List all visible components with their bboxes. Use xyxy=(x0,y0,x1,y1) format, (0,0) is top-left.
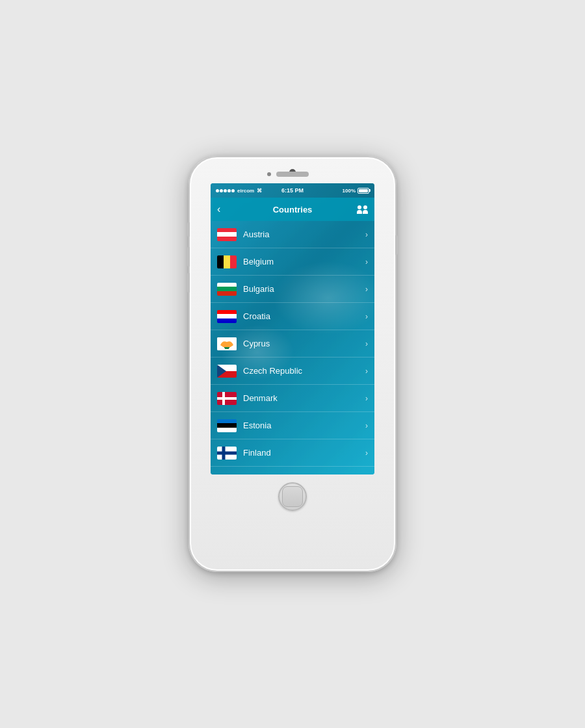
country-name-cyprus: Cyprus xyxy=(243,339,365,348)
chevron-icon: › xyxy=(365,394,368,403)
status-left: eircom ⌘ xyxy=(216,188,262,194)
nav-title: Countries xyxy=(273,205,313,214)
signal-dot xyxy=(224,189,227,192)
person-head xyxy=(358,205,361,209)
earpiece xyxy=(276,172,309,177)
chevron-icon: › xyxy=(365,421,368,430)
chevron-icon: › xyxy=(365,367,368,376)
home-button-inner xyxy=(282,486,303,507)
country-name-denmark: Denmark xyxy=(243,393,365,403)
svg-rect-1 xyxy=(224,347,229,348)
chevron-icon: › xyxy=(365,285,368,294)
signal-dot xyxy=(220,189,223,192)
country-item-croatia[interactable]: Croatia › xyxy=(211,303,374,330)
country-item-finland[interactable]: Finland › xyxy=(211,439,374,467)
carrier-name: eircom xyxy=(237,188,254,194)
country-item-cyprus[interactable]: Cyprus › xyxy=(211,330,374,358)
volume-up-button[interactable] xyxy=(187,247,190,266)
home-button[interactable] xyxy=(278,482,307,511)
flag-czech xyxy=(217,365,237,378)
svg-rect-2 xyxy=(225,348,229,349)
flag-bulgaria xyxy=(217,283,237,296)
volume-down-button[interactable] xyxy=(187,273,190,292)
person-head xyxy=(363,205,367,209)
country-name-czech: Czech Republic xyxy=(243,366,365,376)
nav-bar: ‹ Countries xyxy=(211,198,374,221)
country-item-austria[interactable]: Austria › xyxy=(211,221,374,248)
flag-estonia xyxy=(217,419,237,432)
country-name-finland: Finland xyxy=(243,448,365,458)
battery-icon xyxy=(358,188,369,194)
status-right: 100% xyxy=(343,188,369,194)
country-item-belgium[interactable]: Belgium › xyxy=(211,248,374,276)
signal-dots xyxy=(216,189,235,192)
country-name-austria: Austria xyxy=(243,229,365,239)
flag-cyprus xyxy=(217,337,237,350)
flag-denmark xyxy=(217,392,237,405)
country-item-bulgaria[interactable]: Bulgaria › xyxy=(211,276,374,303)
flag-croatia xyxy=(217,310,237,323)
chevron-icon: › xyxy=(365,339,368,348)
flag-austria xyxy=(217,228,237,241)
country-name-belgium: Belgium xyxy=(243,257,365,266)
country-item-estonia[interactable]: Estonia › xyxy=(211,412,374,439)
country-name-estonia: Estonia xyxy=(243,421,365,430)
chevron-icon: › xyxy=(365,257,368,266)
battery-percent: 100% xyxy=(343,188,356,194)
battery-fill xyxy=(359,189,368,192)
power-button[interactable] xyxy=(395,235,398,255)
screen: eircom ⌘ 6:15 PM 100% ‹ Countries xyxy=(211,183,374,474)
signal-dot xyxy=(228,189,231,192)
country-item-denmark[interactable]: Denmark › xyxy=(211,385,374,412)
signal-dot xyxy=(231,189,235,192)
flag-belgium xyxy=(217,255,237,268)
chevron-icon: › xyxy=(365,230,368,239)
country-name-croatia: Croatia xyxy=(243,311,365,321)
person2 xyxy=(363,205,368,214)
country-item-czech[interactable]: Czech Republic › xyxy=(211,358,374,385)
status-time: 6:15 PM xyxy=(281,187,304,194)
phone-frame: eircom ⌘ 6:15 PM 100% ‹ Countries xyxy=(188,156,396,572)
status-bar: eircom ⌘ 6:15 PM 100% xyxy=(211,183,374,198)
people-icon[interactable] xyxy=(357,205,368,214)
person1 xyxy=(357,205,362,214)
country-name-bulgaria: Bulgaria xyxy=(243,284,365,294)
country-list: Austria › Belgium › Bu xyxy=(211,221,374,467)
person-body xyxy=(363,210,368,214)
chevron-icon: › xyxy=(365,312,368,321)
chevron-icon: › xyxy=(365,448,368,458)
mute-button[interactable] xyxy=(187,222,190,237)
back-button[interactable]: ‹ xyxy=(217,203,220,215)
person-body xyxy=(357,210,362,214)
flag-finland xyxy=(217,447,237,460)
wifi-icon: ⌘ xyxy=(257,188,262,194)
signal-dot xyxy=(216,189,219,192)
